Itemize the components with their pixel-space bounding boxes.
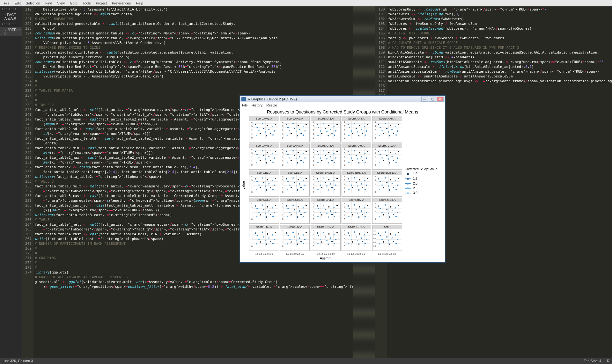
legend-row: 3.0 — [405, 191, 443, 195]
legend-label: 1.5 — [413, 177, 417, 180]
statusbar: Line 326, Column 3 Tab Size: 4 R — [0, 358, 612, 364]
sidebar-file-item[interactable]: •FACT-AntiA.R — [0, 12, 22, 21]
facet-header: Score.AA5.A — [372, 116, 402, 121]
legend-swatch — [405, 193, 411, 193]
facet-Score.GP2.A: Score.GP2.A43210 — [342, 225, 372, 251]
facet-header: Score.Th5.A — [249, 225, 279, 229]
r-icon — [241, 97, 246, 101]
facet-Score.GA1.A: Score.GA1.A43210 — [311, 198, 341, 224]
legend-label: 2.0 — [413, 182, 417, 185]
facet-header: Score.AA3.A — [311, 116, 340, 121]
facet-Score.MS3.A: Score.MS3.A43210 — [372, 198, 402, 224]
r-submenu-history[interactable]: History — [252, 103, 262, 107]
x-ticks-cell: 1.0 1.5 2.0 2.5 3.0 — [249, 253, 280, 255]
sidebar-file-label: *REPL* [r] — [4, 28, 20, 35]
sidebar-group-header: GROUP 1 — [0, 6, 22, 12]
facet-Score.AA4.A: Score.AA4.A43210 — [342, 116, 372, 142]
x-ticks-cell: 1.0 1.5 2.0 2.5 3.0 — [372, 253, 402, 255]
legend-swatch — [405, 178, 411, 179]
facet-header: Score.Cx6.A — [280, 198, 310, 202]
sidebar-file-item[interactable]: ○*REPL* [r] — [0, 27, 22, 36]
x-ticks-cell: 1.0 1.5 2.0 2.5 3.0 — [310, 253, 341, 255]
facet-Score.O2.A: Score.O2.A43210 — [280, 225, 310, 251]
facet-Score.C5.A: Score.C5.A43210 — [249, 198, 279, 224]
r-submenu-file[interactable]: File — [242, 103, 248, 107]
facet-Score.AA3.A: Score.AA3.A43210 — [311, 116, 341, 142]
facet-Score.AA5.A: Score.AA5.A43210 — [372, 116, 402, 142]
facet-Score.AA9.A: Score.AA9.A43210 — [342, 143, 372, 170]
facet-header: Score.HI12.A — [311, 225, 340, 229]
r-window-title: R Graphics: Device 2 (ACTIVE) — [248, 97, 421, 101]
facet-header: Score.BRM1.A — [311, 171, 340, 175]
x-axis-label: Assmnt — [249, 256, 402, 260]
facet-Score.B1.A: Score.B1.A43210 — [249, 171, 279, 197]
menu-project[interactable]: Project — [93, 1, 109, 6]
facet-Score.B5.A: Score.B5.A43210 — [280, 171, 310, 197]
facet-header: Score.AA8.A — [311, 143, 340, 148]
facet-antiA: antiA10080604020 — [372, 225, 402, 251]
menu-goto[interactable]: Goto — [67, 1, 80, 6]
menu-selection[interactable]: Selection — [23, 1, 43, 6]
legend-label: 1.0 — [413, 172, 417, 176]
legend-row: 1.0 — [405, 172, 443, 176]
facet-header: Score.O2.A — [280, 225, 310, 229]
y-axis-label: value — [241, 181, 245, 189]
facet-header: Score.BMT13.A — [372, 171, 402, 175]
facet-Score.HI12.A: Score.HI12.A43210 — [311, 225, 341, 251]
menu-file[interactable]: File — [1, 1, 12, 6]
status-language[interactable]: R — [607, 359, 609, 363]
facet-header: Score.AA4.A — [342, 116, 371, 121]
gutter-left: 2192202212222232242252262272282292302312… — [22, 6, 33, 358]
facet-Score.BRM5.A: Score.BRM5.A43210 — [342, 171, 372, 197]
legend-row: 2.5 — [405, 186, 443, 190]
facet-header: Score.B5.A — [280, 171, 310, 175]
facet-Score.AA2.A: Score.AA2.A43210 — [280, 116, 310, 142]
menu-edit[interactable]: Edit — [12, 1, 23, 6]
facet-Score.Cx6.A: Score.Cx6.A43210 — [280, 198, 310, 224]
legend-title: Corrected.Study.Group — [405, 167, 443, 171]
file-dirty-dot: ○ — [4, 28, 7, 32]
facet-header: Score.C5.A — [249, 198, 279, 202]
facet-Score.AA7.A: Score.AA7.A43210 — [280, 143, 310, 170]
menu-tools[interactable]: Tools — [80, 1, 93, 6]
facet-header: Score.GA1.A — [311, 198, 340, 202]
sidebar: GROUP 1•FACT-AntiA.RGROUP 2○*REPL* [r] — [0, 6, 22, 358]
facet-header: Score.AA6.A — [249, 143, 279, 148]
maximize-button[interactable]: ▢ — [429, 97, 436, 102]
close-button[interactable]: ✕ — [437, 97, 444, 102]
r-submenu-resize[interactable]: Resize — [266, 103, 277, 107]
facet-Score.Th5.A: Score.Th5.A43210 — [249, 225, 279, 251]
menu-preferences[interactable]: Preferences — [109, 1, 133, 6]
facet-header: Score.AA2.A — [280, 116, 310, 121]
facet-Score.AA6.A: Score.AA6.A43210 — [249, 143, 279, 170]
facet-header: Score.MS3.A — [372, 198, 402, 202]
facet-header: Score.AA1.A — [249, 116, 279, 121]
facet-Score.AA1.A: Score.AA1.A43210 — [249, 116, 279, 142]
chart-title: Responses to Questions by Corrected Stud… — [240, 108, 445, 114]
x-ticks-cell: 1.0 1.5 2.0 2.5 3.0 — [280, 253, 310, 255]
legend: Corrected.Study.Group 1.01.52.02.53.0 — [405, 167, 443, 195]
legend-swatch — [405, 183, 411, 184]
status-tabsize[interactable]: Tab Size: 4 — [584, 359, 601, 363]
facet-grid: Score.AA1.A43210Score.AA2.A43210Score.AA… — [249, 116, 402, 251]
r-graphics-window[interactable]: R Graphics: Device 2 (ACTIVE) — ▢ ✕ File… — [240, 96, 445, 262]
legend-row: 2.0 — [405, 182, 443, 185]
facet-Score.AA10.A: Score.AA10.A43210 — [372, 143, 402, 170]
facet-header: Score.BRM5.A — [342, 171, 371, 175]
status-left: Line 326, Column 3 — [3, 359, 33, 363]
x-ticks-cell: 1.0 1.5 2.0 2.5 3.0 — [341, 253, 372, 255]
menu-view[interactable]: View — [55, 1, 67, 6]
r-window-titlebar[interactable]: R Graphics: Device 2 (ACTIVE) — ▢ ✕ — [240, 96, 445, 102]
facet-Score.HI7.A: Score.HI7.A43210 — [342, 198, 372, 224]
minimize-button[interactable]: — — [421, 97, 428, 102]
menubar: FileEditSelectionFindViewGotoToolsProjec… — [0, 0, 612, 6]
x-ticks-row: 1.0 1.5 2.0 2.5 3.01.0 1.5 2.0 2.5 3.01.… — [249, 253, 402, 255]
menu-help[interactable]: Help — [133, 1, 146, 6]
facet-header: Score.B1.A — [249, 171, 279, 175]
r-window-submenu: FileHistoryResize — [240, 102, 445, 108]
facet-header: Score.AA9.A — [342, 143, 371, 148]
menu-find[interactable]: Find — [43, 1, 55, 6]
legend-label: 2.5 — [413, 186, 417, 190]
legend-swatch — [405, 174, 411, 174]
legend-label: 3.0 — [413, 191, 417, 195]
